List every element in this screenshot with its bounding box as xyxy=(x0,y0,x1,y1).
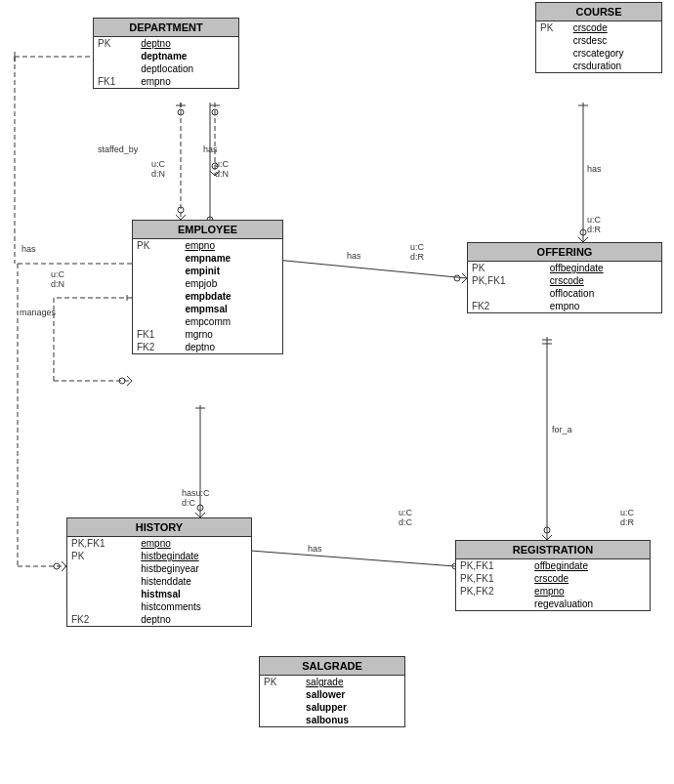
off-attr-empno: empno xyxy=(546,300,661,312)
course-attr-crsdesc: crsdesc xyxy=(569,34,661,47)
svg-point-18 xyxy=(454,275,460,281)
label-uc-dn-staffed: u:Cd:N xyxy=(151,159,165,179)
entity-department: DEPARTMENT PK deptno deptname deptlocati… xyxy=(93,18,239,89)
label-hasu-c-dc: hasu:Cd:C xyxy=(182,488,210,508)
label-for-a: for_a xyxy=(552,425,572,434)
reg-pk-fk1-label-1: PK,FK1 xyxy=(456,559,530,572)
sal-attr-label-2 xyxy=(260,701,302,714)
entity-offering: OFFERING PK offbegindate PK,FK1 crscode … xyxy=(467,242,662,313)
hist-attr-label-3 xyxy=(67,588,137,600)
emp-attr-mgrno: mgrno xyxy=(181,328,282,341)
label-uc-dr-reg2: u:Cd:R xyxy=(620,508,634,527)
emp-attr-empinit: empinit xyxy=(181,265,282,277)
reg-attr-regevaluation: regevaluation xyxy=(530,598,650,610)
off-pk-label-1: PK xyxy=(468,262,546,274)
off-pk-offbegindate: offbegindate xyxy=(546,262,661,274)
sal-pk-label: PK xyxy=(260,676,302,688)
hist-attr-histbeginyear: histbeginyear xyxy=(137,562,251,575)
hist-pk-fk1-label: PK,FK1 xyxy=(67,537,137,550)
sal-attr-sallower: sallower xyxy=(302,688,404,701)
emp-attr-label-1 xyxy=(133,252,181,265)
label-has-hist-reg: has xyxy=(308,544,322,554)
emp-fk2-label: FK2 xyxy=(133,341,181,353)
svg-point-24 xyxy=(580,229,586,235)
label-has-emp-off: has xyxy=(347,251,361,261)
emp-attr-label-5 xyxy=(133,303,181,315)
svg-line-37 xyxy=(225,549,455,566)
emp-pk-empno: empno xyxy=(181,239,282,252)
entity-employee-header: EMPLOYEE xyxy=(133,221,282,239)
dept-attr-deptname: deptname xyxy=(137,50,238,62)
dept-attr-label-2 xyxy=(94,62,137,75)
course-pk-field: crscode xyxy=(569,21,661,34)
hist-pk-label: PK xyxy=(67,550,137,562)
label-has-course-off: has xyxy=(587,164,602,174)
sal-attr-label-3 xyxy=(260,714,302,726)
entity-offering-header: OFFERING xyxy=(468,243,661,262)
off-pk-fk1-label: PK,FK1 xyxy=(468,274,546,287)
svg-point-12 xyxy=(212,109,218,115)
dept-attr-deptlocation: deptlocation xyxy=(137,62,238,75)
course-attr-crsduration: crsduration xyxy=(569,60,661,72)
label-staffed-by: staffed_by xyxy=(98,144,138,154)
hist-attr-histcomments: histcomments xyxy=(137,600,251,613)
emp-attr-empmsal: empmsal xyxy=(181,303,282,315)
sal-pk-salgrade: salgrade xyxy=(302,676,404,688)
label-has-dept-emp: has xyxy=(203,144,218,154)
sal-attr-label-1 xyxy=(260,688,302,701)
label-has-left: has xyxy=(21,244,36,254)
hist-pk-empno: empno xyxy=(137,537,251,550)
svg-line-44 xyxy=(127,376,132,381)
entity-salgrade-header: SALGRADE xyxy=(260,657,404,676)
label-uc-dr-emp-off: u:Cd:R xyxy=(410,242,424,262)
entity-course-header: COURSE xyxy=(536,3,661,21)
hist-attr-label-4 xyxy=(67,600,137,613)
emp-attr-empbdate: empbdate xyxy=(181,290,282,303)
emp-attr-deptno: deptno xyxy=(181,341,282,353)
entity-employee: EMPLOYEE PK empno empname empinit empjob… xyxy=(132,220,283,354)
label-manages: manages xyxy=(20,308,56,317)
reg-pk-offbegindate: offbegindate xyxy=(530,559,650,572)
diagram-container: staffed_by has has has for_a manages has… xyxy=(0,0,674,784)
reg-pk-empno: empno xyxy=(530,585,650,598)
label-uc-dn-has: u:Cd:N xyxy=(215,159,229,179)
entity-history-header: HISTORY xyxy=(67,518,251,537)
svg-point-3 xyxy=(178,207,184,213)
off-fk2-label: FK2 xyxy=(468,300,546,312)
svg-point-56 xyxy=(54,563,60,569)
label-uc-dr-course: u:Cd:R xyxy=(587,215,601,234)
svg-line-45 xyxy=(127,381,132,386)
emp-attr-empname: empname xyxy=(181,252,282,265)
svg-point-29 xyxy=(544,527,550,533)
course-attr-label-1 xyxy=(536,34,569,47)
reg-pk-fk2-label: PK,FK2 xyxy=(456,585,530,598)
label-uc-dc-reg: u:Cd:C xyxy=(399,508,412,527)
course-pk-label: PK xyxy=(536,21,569,34)
emp-attr-label-4 xyxy=(133,290,181,303)
emp-attr-label-2 xyxy=(133,265,181,277)
course-attr-label-3 xyxy=(536,60,569,72)
svg-point-46 xyxy=(119,378,125,384)
hist-attr-deptno: deptno xyxy=(137,613,251,626)
off-attr-label-1 xyxy=(468,287,546,300)
reg-pk-fk1-label-2: PK,FK1 xyxy=(456,572,530,585)
entity-salgrade: SALGRADE PK salgrade sallower salupper s… xyxy=(259,656,405,727)
dept-fk1-label: FK1 xyxy=(94,75,137,88)
emp-attr-label-3 xyxy=(133,277,181,290)
dept-pk-label: PK xyxy=(94,37,137,50)
dept-attr-label-1 xyxy=(94,50,137,62)
off-pk-crscode: crscode xyxy=(546,274,661,287)
entity-registration-header: REGISTRATION xyxy=(456,541,650,559)
emp-pk-label: PK xyxy=(133,239,181,252)
emp-attr-empjob: empjob xyxy=(181,277,282,290)
entity-registration: REGISTRATION PK,FK1 offbegindate PK,FK1 … xyxy=(455,540,651,611)
hist-fk2-label: FK2 xyxy=(67,613,137,626)
svg-point-6 xyxy=(178,109,184,115)
course-attr-label-2 xyxy=(536,47,569,60)
emp-attr-label-6 xyxy=(133,315,181,328)
hist-attr-histmsal: histmsal xyxy=(137,588,251,600)
emp-attr-empcomm: empcomm xyxy=(181,315,282,328)
label-uc-dn-has-left: u:Cd:N xyxy=(51,269,64,289)
hist-attr-label-1 xyxy=(67,562,137,575)
sal-attr-salbonus: salbonus xyxy=(302,714,404,726)
